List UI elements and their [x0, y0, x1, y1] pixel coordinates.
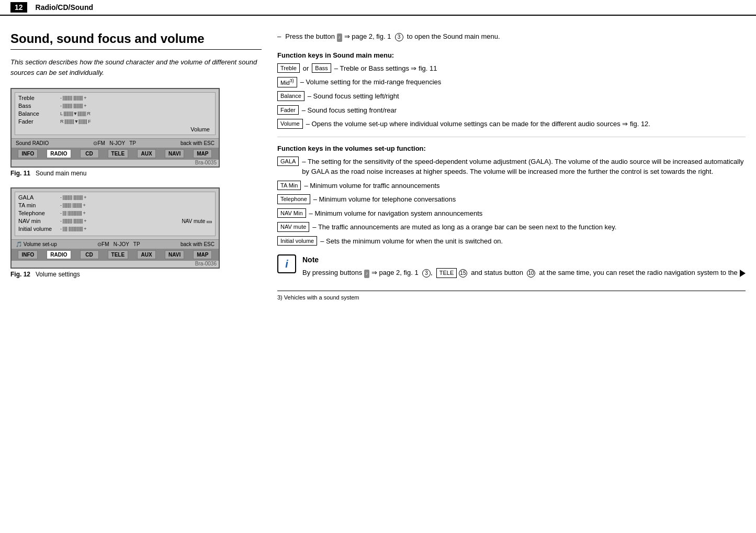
- nav-btn-cd2[interactable]: CD: [80, 250, 99, 259]
- nav-btn-map2[interactable]: MAP: [193, 250, 212, 259]
- function-item-fader: Fader – Sound focus setting front/rear: [277, 105, 746, 116]
- nav-btn-radio2[interactable]: RADIO: [47, 250, 71, 259]
- page-header: 12 Radio/CD/Sound: [0, 0, 756, 16]
- function-item-navmute: NAV mute – The traffic announcements are…: [277, 222, 746, 232]
- fig11-volume-label: Volume: [18, 126, 212, 132]
- fig11-row-fader: Fader R ||||||||||▼||||||||| F: [18, 118, 212, 125]
- nav-btn-info[interactable]: INFO: [18, 149, 38, 158]
- fig12-caption: Fig. 12 Volume settings: [10, 271, 262, 278]
- section-intro: This section describes how the sound cha…: [10, 57, 262, 77]
- function-item-initialvol: Initial volume – Sets the minimum volume…: [277, 236, 746, 247]
- fig12-container: GALA - |||||||||| |||||||||| + TA min - …: [10, 187, 262, 278]
- function-heading-2: Function keys in the volumes set-up func…: [277, 145, 746, 152]
- fig11-nav-bar: INFO RADIO CD TELE AUX NAVI MAP: [12, 148, 219, 160]
- main-content: Sound, sound focus and volume This secti…: [0, 16, 756, 311]
- nav-btn-aux2[interactable]: AUX: [137, 250, 156, 259]
- nav-btn-info2[interactable]: INFO: [18, 250, 38, 259]
- function-item-gala: GALA – The setting for the sensitivity o…: [277, 157, 746, 177]
- page-number: 12: [10, 2, 27, 13]
- function-item-volume: Volume – Opens the volume set-up where i…: [277, 119, 746, 129]
- fig11-bottom-bar: Sound RADIO ⊙FM N-JOY TP back with ESC: [12, 138, 219, 148]
- fig12-bottom-bar: 🎵 Volume set-up ⊙FM N-JOY TP back with E…: [12, 239, 219, 249]
- note-text: By pressing buttons ♪ ⇒ page 2, fig. 1 3…: [302, 268, 746, 278]
- footnote-section: 3) Vehicles with a sound system: [277, 291, 746, 301]
- fig11-container: Treble - |||||||||| |||||||||| + Bass - …: [10, 88, 262, 177]
- function-heading-1: Function keys in Sound main menu:: [277, 51, 746, 59]
- note-content: Note By pressing buttons ♪ ⇒ page 2, fig…: [302, 254, 746, 280]
- fig12-inner: GALA - |||||||||| |||||||||| + TA min - …: [15, 192, 216, 236]
- nav-btn-aux[interactable]: AUX: [137, 149, 156, 158]
- fig12-row-tamin: TA min - ||||||||| |||||||||| +: [18, 202, 212, 208]
- function-item-navmin: NAV Min – Minimum volume for navigation …: [277, 208, 746, 219]
- fig12-screen: GALA - |||||||||| |||||||||| + TA min - …: [10, 187, 220, 269]
- fig12-row-initialvol: Initial volume - ||||| ||||||||||||||| +: [18, 226, 212, 232]
- fig11-row-bass: Bass - |||||||||| |||||||||| +: [18, 103, 212, 109]
- fig12-row-gala: GALA - |||||||||| |||||||||| +: [18, 194, 212, 201]
- nav-btn-cd[interactable]: CD: [80, 149, 99, 158]
- fig11-row-balance: Balance L ||||||||||▼||||||||| R: [18, 110, 212, 117]
- nav-btn-radio[interactable]: RADIO: [47, 149, 71, 158]
- fig12-row-navmin: NAV min - |||||||||| |||||||||| + NAV mu…: [18, 218, 212, 224]
- fig11-inner: Treble - |||||||||| |||||||||| + Bass - …: [15, 92, 216, 135]
- fig12-rows: GALA - |||||||||| |||||||||| + TA min - …: [15, 192, 215, 236]
- nav-btn-map[interactable]: MAP: [193, 149, 212, 158]
- arrow-right-icon: [740, 270, 746, 280]
- function-item-tamin: TA Min – Minimum volume for traffic anno…: [277, 181, 746, 191]
- nav-btn-tele2[interactable]: TELE: [108, 250, 129, 259]
- nav-btn-navi2[interactable]: NAVI: [165, 250, 184, 259]
- left-column: Sound, sound focus and volume This secti…: [10, 31, 262, 301]
- function-item-balance: Balance – Sound focus setting left/right: [277, 91, 746, 102]
- function-item-mid: Mid3) – Volume setting for the mid-range…: [277, 77, 746, 87]
- fig11-row-treble: Treble - |||||||||| |||||||||| +: [18, 95, 212, 101]
- fig11-screen: Treble - |||||||||| |||||||||| + Bass - …: [10, 88, 220, 168]
- fig12-bra-code: Bra-0036: [12, 261, 219, 268]
- right-column: – Press the button ♪ ⇒ page 2, fig. 1 3 …: [277, 31, 746, 301]
- note-icon: i: [277, 254, 296, 273]
- intro-instruction: – Press the button ♪ ⇒ page 2, fig. 1 3 …: [277, 31, 746, 42]
- section-title: Sound, sound focus and volume: [10, 31, 262, 50]
- separator-1: [277, 137, 746, 137]
- nav-btn-tele[interactable]: TELE: [108, 149, 129, 158]
- fig11-caption: Fig. 11 Sound main menu: [10, 170, 262, 177]
- function-item-treble-bass: Treble or Bass – Treble or Bass settings…: [277, 63, 746, 74]
- function-item-telephone: Telephone – Minimum volume for telephone…: [277, 194, 746, 205]
- fig12-row-telephone: Telephone - |||| ||||||||||||||| +: [18, 210, 212, 216]
- nav-btn-navi[interactable]: NAVI: [165, 149, 184, 158]
- note-title: Note: [302, 254, 746, 265]
- page-header-title: Radio/CD/Sound: [36, 3, 93, 12]
- fig11-bra-code: Bra-0035: [12, 160, 219, 166]
- footnote-text: 3) Vehicles with a sound system: [277, 294, 359, 301]
- note-box: i Note By pressing buttons ♪ ⇒ page 2, f…: [277, 254, 746, 280]
- fig11-rows: Treble - |||||||||| |||||||||| + Bass - …: [15, 93, 215, 135]
- fig12-nav-bar: INFO RADIO CD TELE AUX NAVI MAP: [12, 249, 219, 261]
